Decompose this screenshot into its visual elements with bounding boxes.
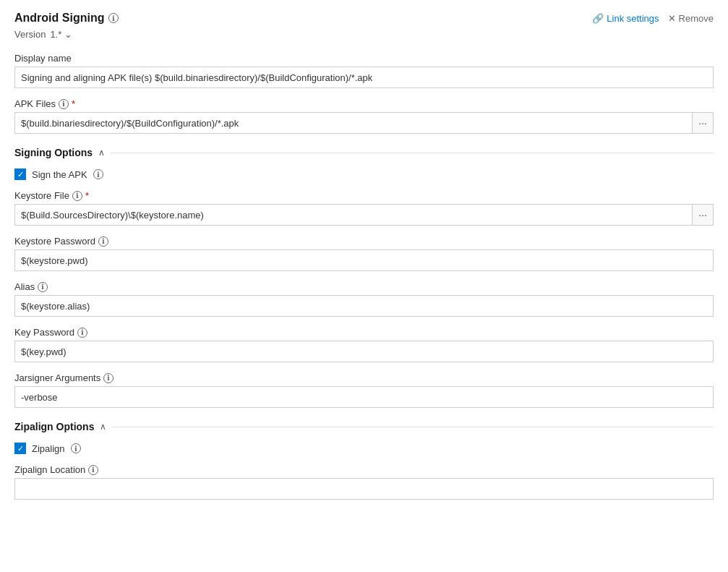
zipalign-checkmark-icon: ✓: [17, 444, 24, 453]
apk-files-label-row: APK Files ℹ *: [14, 98, 714, 109]
alias-info-icon[interactable]: ℹ: [38, 282, 48, 292]
zipalign-location-input[interactable]: [14, 478, 714, 500]
signing-options-title: Signing Options: [14, 147, 93, 158]
zipalign-checkbox[interactable]: ✓: [14, 443, 26, 454]
zipalign-options-divider: [112, 427, 714, 427]
zipalign-location-info-icon[interactable]: ℹ: [88, 465, 98, 475]
keystore-password-input[interactable]: [14, 249, 714, 271]
keystore-file-label: Keystore File: [14, 190, 69, 201]
jarsigner-arguments-input[interactable]: [14, 386, 714, 408]
signing-options-divider: [111, 153, 714, 153]
version-dropdown[interactable]: 1.* ⌄: [50, 29, 72, 40]
key-password-input[interactable]: [14, 341, 714, 362]
remove-button[interactable]: ✕ Remove: [668, 13, 714, 24]
zipalign-options-chevron-icon[interactable]: ∧: [100, 422, 106, 432]
keystore-file-input-row: ···: [14, 204, 714, 226]
keystore-file-required-star: *: [85, 190, 89, 201]
keystore-file-info-icon[interactable]: ℹ: [72, 191, 82, 201]
keystore-password-info-icon[interactable]: ℹ: [98, 236, 108, 247]
apk-files-required-star: *: [72, 98, 75, 109]
version-row: Version 1.* ⌄: [14, 29, 714, 40]
keystore-password-group: Keystore Password ℹ: [14, 236, 714, 271]
display-name-label: Display name: [14, 53, 72, 64]
keystore-password-label-row: Keystore Password ℹ: [14, 236, 714, 247]
jarsigner-arguments-group: Jarsigner Arguments ℹ: [14, 372, 714, 408]
keystore-file-label-row: Keystore File ℹ *: [14, 190, 714, 201]
alias-group: Alias ℹ: [14, 281, 714, 317]
sign-apk-row: ✓ Sign the APK ℹ: [14, 168, 714, 180]
remove-cross-icon: ✕: [668, 13, 676, 24]
apk-files-input[interactable]: [14, 112, 692, 134]
remove-label: Remove: [679, 13, 714, 24]
keystore-file-input[interactable]: [14, 204, 692, 226]
keystore-password-label: Keystore Password: [14, 236, 95, 247]
keystore-file-dots-button[interactable]: ···: [692, 204, 714, 226]
apk-files-group: APK Files ℹ * ···: [14, 98, 714, 134]
jarsigner-arguments-info-icon[interactable]: ℹ: [103, 373, 114, 383]
sign-apk-checkmark-icon: ✓: [17, 170, 24, 179]
jarsigner-arguments-label-row: Jarsigner Arguments ℹ: [14, 372, 714, 383]
key-password-label-row: Key Password ℹ: [14, 327, 714, 338]
display-name-input[interactable]: [14, 67, 714, 88]
sign-apk-label: Sign the APK: [32, 169, 87, 180]
apk-files-label: APK Files: [14, 98, 56, 109]
page-title: Android Signing: [14, 12, 104, 25]
jarsigner-arguments-label: Jarsigner Arguments: [14, 372, 100, 383]
sign-apk-info-icon[interactable]: ℹ: [93, 169, 103, 179]
link-settings-button[interactable]: 🔗 Link settings: [592, 13, 659, 24]
signing-options-section-header: Signing Options ∧: [14, 147, 714, 158]
zipalign-location-group: Zipalign Location ℹ: [14, 464, 714, 500]
zipalign-location-label: Zipalign Location: [14, 464, 85, 475]
display-name-group: Display name: [14, 53, 714, 88]
key-password-info-icon[interactable]: ℹ: [77, 328, 87, 338]
zipalign-options-title: Zipalign Options: [14, 421, 94, 432]
chevron-down-icon: ⌄: [64, 29, 72, 40]
alias-label-row: Alias ℹ: [14, 281, 714, 292]
keystore-file-group: Keystore File ℹ * ···: [14, 190, 714, 226]
apk-files-info-icon[interactable]: ℹ: [59, 99, 69, 109]
zipalign-row: ✓ Zipalign ℹ: [14, 443, 714, 454]
zipalign-options-section-header: Zipalign Options ∧: [14, 421, 714, 432]
version-label: Version: [14, 29, 46, 40]
version-value: 1.*: [50, 29, 61, 40]
key-password-group: Key Password ℹ: [14, 327, 714, 362]
header-actions: 🔗 Link settings ✕ Remove: [592, 13, 714, 24]
alias-input[interactable]: [14, 295, 714, 317]
link-icon: 🔗: [592, 13, 604, 24]
signing-options-chevron-icon[interactable]: ∧: [98, 148, 105, 158]
zipalign-label: Zipalign: [32, 443, 65, 454]
apk-files-dots-button[interactable]: ···: [692, 112, 714, 134]
link-settings-label: Link settings: [607, 13, 659, 24]
sign-apk-checkbox[interactable]: ✓: [14, 168, 26, 180]
page-header: Android Signing ℹ 🔗 Link settings ✕ Remo…: [14, 12, 714, 25]
display-name-label-row: Display name: [14, 53, 714, 64]
key-password-label: Key Password: [14, 327, 74, 338]
zipalign-location-label-row: Zipalign Location ℹ: [14, 464, 714, 475]
title-info-icon[interactable]: ℹ: [108, 13, 119, 23]
alias-label: Alias: [14, 281, 35, 292]
zipalign-info-icon[interactable]: ℹ: [71, 443, 81, 453]
title-area: Android Signing ℹ: [14, 12, 119, 25]
apk-files-input-row: ···: [14, 112, 714, 134]
